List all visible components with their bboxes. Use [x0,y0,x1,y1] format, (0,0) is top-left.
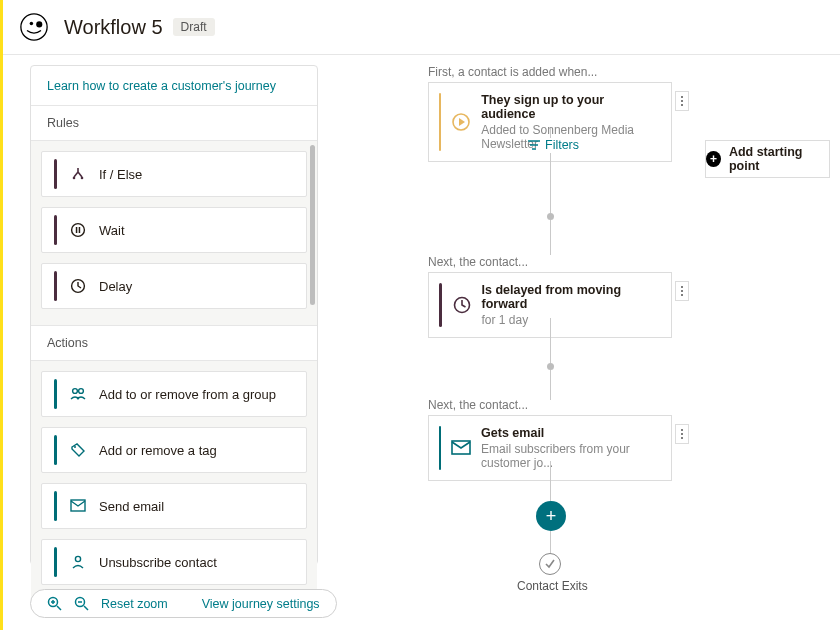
node-title: Is delayed from moving forward [482,283,640,311]
exit-icon [539,553,561,575]
app-header: Workflow 5 Draft [0,0,840,55]
play-icon [451,112,471,132]
hint-next-2: Next, the contact... [428,398,528,412]
block-label: Add or remove a tag [99,443,217,458]
svg-point-9 [73,389,78,394]
action-group[interactable]: Add to or remove from a group [41,371,307,417]
node-subtitle: Email subscribers from your customer jo.… [481,442,639,470]
actions-section-title: Actions [31,326,317,361]
exit-label: Contact Exits [517,579,588,593]
action-unsubscribe[interactable]: Unsubscribe contact [41,539,307,585]
block-label: Add to or remove from a group [99,387,276,402]
reset-zoom-button[interactable]: Reset zoom [101,597,168,611]
block-label: Send email [99,499,164,514]
mailchimp-logo-icon [20,13,48,41]
status-badge: Draft [173,18,215,36]
svg-point-4 [81,177,84,180]
clock-icon [452,295,472,315]
connector-dot [547,213,554,220]
rule-wait[interactable]: Wait [41,207,307,253]
node-menu-button[interactable] [675,91,689,111]
mail-icon [451,438,471,458]
action-send-email[interactable]: Send email [41,483,307,529]
workflow-title: Workflow 5 [64,16,163,39]
zoom-in-icon[interactable] [47,596,62,611]
block-label: Wait [99,223,125,238]
add-step-button[interactable]: + [536,501,566,531]
svg-rect-7 [79,227,81,233]
block-label: Delay [99,279,132,294]
svg-point-10 [79,389,84,394]
svg-point-2 [36,21,42,27]
tag-icon [69,441,87,459]
svg-point-1 [30,22,34,26]
learn-link[interactable]: Learn how to create a customer's journey [47,79,276,93]
learn-link-row: Learn how to create a customer's journey [31,66,317,106]
svg-point-11 [74,446,76,448]
plus-icon: + [706,151,721,167]
add-starting-point-button[interactable]: + Add starting point [705,140,830,178]
action-tag[interactable]: Add or remove a tag [41,427,307,473]
rule-delay[interactable]: Delay [41,263,307,309]
sidebar-scrollbar[interactable] [310,145,315,305]
filters-link[interactable]: Filters [528,138,579,152]
node-menu-button[interactable] [675,281,689,301]
sidebar-panel: Learn how to create a customer's journey… [30,65,318,565]
svg-point-0 [21,14,47,40]
svg-rect-6 [76,227,78,233]
zoom-toolbar: Reset zoom View journey settings [30,589,337,618]
node-title: They sign up to your audience [481,93,639,121]
branch-icon [69,165,87,183]
svg-point-5 [72,224,85,237]
mail-icon [69,497,87,515]
filters-label: Filters [545,138,579,152]
rules-section-title: Rules [31,106,317,141]
zoom-out-icon[interactable] [74,596,89,611]
clock-icon [69,277,87,295]
unsubscribe-icon [69,553,87,571]
hint-start: First, a contact is added when... [428,65,597,79]
journey-canvas[interactable]: First, a contact is added when... They s… [318,55,840,630]
node-subtitle: for 1 day [482,313,640,327]
rule-if-else[interactable]: If / Else [41,151,307,197]
svg-point-3 [73,177,76,180]
block-label: If / Else [99,167,142,182]
block-label: Unsubscribe contact [99,555,217,570]
connector-dot [547,363,554,370]
svg-point-13 [75,556,80,561]
button-label: Add starting point [729,145,829,173]
pause-icon [69,221,87,239]
view-journey-settings-button[interactable]: View journey settings [202,597,320,611]
node-menu-button[interactable] [675,424,689,444]
hint-next-1: Next, the contact... [428,255,528,269]
group-icon [69,385,87,403]
node-title: Gets email [481,426,639,440]
